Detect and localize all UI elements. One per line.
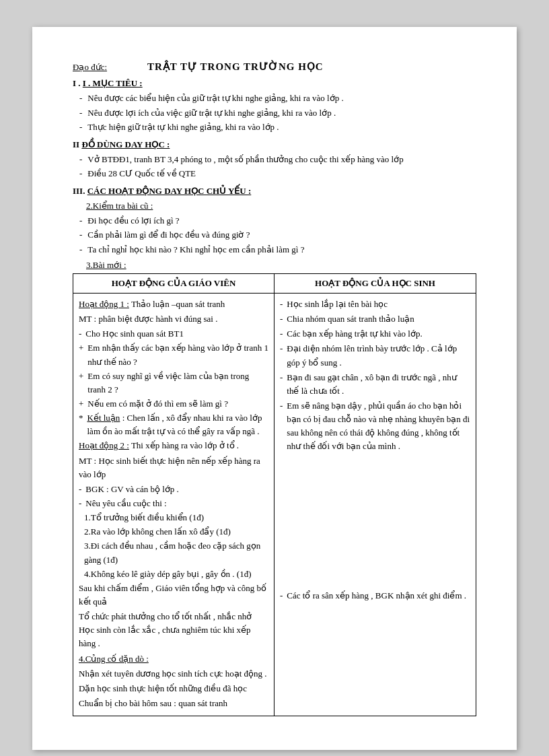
table-row: Nếu em có mặt ở đó thì em sẽ làm gì ? xyxy=(79,397,268,411)
bai-moi-label: 3.Bài mới : xyxy=(73,260,476,271)
col-hs-content: Học sinh lắp lại tên bài học Chia nhóm q… xyxy=(274,294,476,716)
dao-duc-header: Đạo đức: TRẬT TỰ TRONG TRƯỜNG HỌC xyxy=(73,61,476,73)
table-row xyxy=(280,529,470,543)
list-item: Nêu được lợi ích của việc giữ trật tự kh… xyxy=(79,106,476,120)
table-row xyxy=(280,455,470,469)
table-row: 3.Đi cách đều nhau , cầm hoặc đeo cặp sá… xyxy=(79,539,268,566)
table-row: Nhận xét tuyên dương học sinh tích cực h… xyxy=(79,667,268,681)
table-row: Các bạn xếp hàng trật tự khi vào lớp. xyxy=(280,327,470,341)
table-row: Em sẽ nâng bạn dậy , phủi quần áo cho bạ… xyxy=(280,399,470,454)
dao-duc-label: Đạo đức: xyxy=(73,62,107,73)
page: Đạo đức: TRẬT TỰ TRONG TRƯỜNG HỌC I . I … xyxy=(32,27,517,750)
section1-title: I . I . MỤC TIÊU : xyxy=(73,78,476,89)
table-row: Nêu yêu cầu cuộc thi : xyxy=(79,497,268,510)
table-row: 4.Không kéo lê giày dép gây bụi , gây ồn… xyxy=(79,568,268,581)
list-item: Cần phải làm gì để đi học đều và đúng gi… xyxy=(79,228,476,242)
table-header: HOẠT ĐỘNG CỦA GIÁO VIÊN HOẠT ĐỘNG CỦA HỌ… xyxy=(73,274,476,294)
table-row: 4.Củng cố dặn dò : xyxy=(79,652,268,666)
section1-list: Nêu được các biểu hiện của giữ trật tự k… xyxy=(73,92,476,134)
list-item: Đi học đều có lợi ích gì ? xyxy=(79,214,476,228)
list-item: Nêu được các biểu hiện của giữ trật tự k… xyxy=(79,92,476,105)
table-row: Em nhận thấy các bạn xếp hàng vào lớp ở … xyxy=(79,341,268,368)
main-table: HOẠT ĐỘNG CỦA GIÁO VIÊN HOẠT ĐỘNG CỦA HỌ… xyxy=(73,273,476,716)
col-gv-content: Hoạt động 1 : Thảo luận –quan sát tranh … xyxy=(73,294,274,716)
table-row: Học sinh lắp lại tên bài học xyxy=(280,298,470,311)
table-row xyxy=(280,485,470,498)
table-row xyxy=(280,574,470,588)
table-row: BGK : GV và cán bộ lớp . xyxy=(79,483,268,496)
table-body: Hoạt động 1 : Thảo luận –quan sát tranh … xyxy=(73,294,476,716)
table-row xyxy=(280,559,470,573)
table-row: Cho Học sinh quan sát BT1 xyxy=(79,327,268,341)
section2-title: II ĐỒ DÙNG DAY HỌC : xyxy=(73,139,476,150)
table-row xyxy=(280,470,470,483)
list-item: Thực hiện giữ trật tự khi nghe giảng, kh… xyxy=(79,121,476,134)
table-row: Hoạt động 2 : Thi xếp hàng ra vào lớp ở … xyxy=(79,439,268,452)
table-row: Chia nhóm quan sát tranh thảo luận xyxy=(280,312,470,326)
table-row: Sau khi chấm điểm , Giáo viên tổng hợp v… xyxy=(79,582,268,609)
table-row: Các tổ ra sân xếp hàng , BGK nhận xét gh… xyxy=(280,589,470,603)
table-row: 1.Tổ trưởng biết điều khiển (1đ) xyxy=(79,511,268,524)
table-row: MT : phân biệt được hành vi đúng sai . xyxy=(79,312,268,326)
kiem-tra-list: Đi học đều có lợi ích gì ? Cần phải làm … xyxy=(73,214,476,256)
table-row: Chuẩn bị cho bài hôm sau : quan sát tran… xyxy=(79,697,268,710)
table-row: Hoạt động 1 : Thảo luận –quan sát tranh xyxy=(79,298,268,311)
table-row: Bạn đi sau gạt chân , xô bạn đi trước ng… xyxy=(280,371,470,398)
col-hs-header: HOẠT ĐỘNG CỦA HỌC SINH xyxy=(274,274,476,293)
table-row xyxy=(280,544,470,557)
list-item: Điều 28 CƯ Quốc tế về QTE xyxy=(79,167,476,180)
table-row: Em có suy nghĩ gì về việc làm của bạn tr… xyxy=(79,370,268,397)
table-row: Tổ chức phát thưởng cho tổ tốt nhất , nh… xyxy=(79,610,268,650)
main-title: TRẬT TỰ TRONG TRƯỜNG HỌC xyxy=(147,61,324,73)
kiem-tra-bai-cu: 2.Kiểm tra bài cũ : xyxy=(73,201,476,211)
table-row: MT : Học sinh biết thực hiện nên nếp xếp… xyxy=(79,454,268,481)
table-row xyxy=(280,500,470,513)
table-row xyxy=(280,514,470,528)
table-row: Kết luận : Chen lấn , xô đẩy nhau khi ra… xyxy=(79,411,268,438)
table-row: 2.Ra vào lớp không chen lấn xô đẩy (1đ) xyxy=(79,525,268,539)
section3-title: III. CÁC HOẠT ĐỘNG DAY HỌC CHỦ YẾU : xyxy=(73,186,476,197)
table-row: Dặn học sinh thực hiện tốt những điều đã… xyxy=(79,682,268,695)
list-item: Vở BTĐĐ1, tranh BT 3,4 phóng to , một số… xyxy=(79,153,476,166)
list-item: Ta chỉ nghỉ học khi nào ? Khi nghỉ học e… xyxy=(79,243,476,256)
section2-list: Vở BTĐĐ1, tranh BT 3,4 phóng to , một số… xyxy=(73,153,476,180)
table-row: Đại diện nhóm lên trình bày trước lớp . … xyxy=(280,342,470,369)
col-gv-header: HOẠT ĐỘNG CỦA GIÁO VIÊN xyxy=(73,274,274,293)
